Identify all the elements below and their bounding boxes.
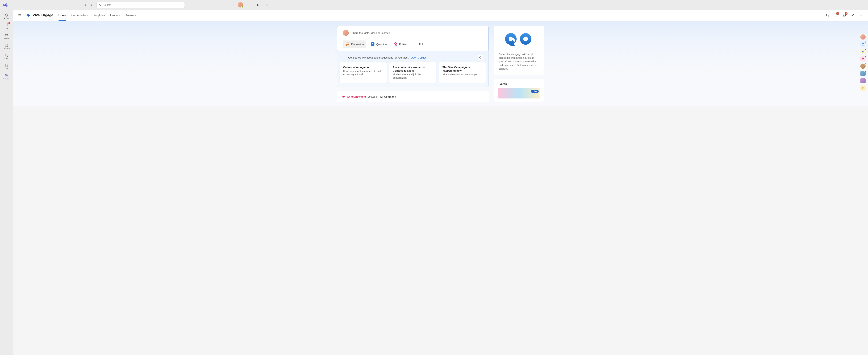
search-input[interactable]: [96, 2, 185, 8]
rail-calendar[interactable]: Calendar: [1, 42, 12, 51]
svg-point-4: [234, 5, 235, 5]
header-tabs: Home Communities Storylines Leaders Answ…: [59, 10, 136, 21]
rail-label: Chat: [4, 27, 8, 29]
content-scroll[interactable]: Share thoughts, ideas or updates Discuss…: [13, 21, 273, 97]
rail-more[interactable]: [1, 83, 12, 93]
more-icon[interactable]: [232, 3, 236, 6]
engage-header: Viva Engage Home Communities Storylines …: [13, 10, 273, 21]
rail-files[interactable]: Files: [1, 62, 12, 71]
rail-chat[interactable]: Chat 1: [1, 22, 12, 31]
app-rail: Activity Chat 1 Teams Calendar Calls Fil…: [0, 10, 13, 97]
tab-leaders[interactable]: Leaders: [110, 10, 120, 21]
engage-logo: Viva Engage: [26, 13, 53, 18]
hamburger-button[interactable]: [17, 12, 23, 18]
svg-point-2: [99, 4, 101, 5]
svg-point-5: [235, 5, 236, 5]
teams-logo-icon: [3, 2, 8, 7]
search-container: [96, 2, 185, 8]
back-button[interactable]: [83, 2, 88, 8]
rail-label: Engage: [3, 78, 9, 80]
svg-point-10: [5, 88, 6, 88]
svg-rect-6: [258, 4, 259, 6]
rail-activity[interactable]: Activity: [1, 11, 12, 21]
tab-home[interactable]: Home: [59, 10, 66, 21]
window-controls: [247, 2, 270, 7]
app-title: Viva Engage: [33, 13, 53, 17]
svg-point-11: [6, 88, 7, 88]
rail-teams[interactable]: Teams: [1, 32, 12, 41]
tab-answers[interactable]: Answers: [125, 10, 136, 21]
nav-arrows: [83, 2, 94, 8]
rail-engage[interactable]: Engage: [1, 72, 12, 81]
minimize-button[interactable]: [247, 2, 253, 7]
user-avatar[interactable]: [238, 2, 243, 7]
svg-point-1: [6, 3, 7, 4]
svg-point-8: [7, 34, 7, 35]
rail-label: Teams: [4, 37, 9, 39]
titlebar-right: [232, 2, 272, 7]
rail-calls[interactable]: Calls: [1, 52, 12, 61]
tab-communities[interactable]: Communities: [71, 10, 88, 21]
svg-rect-9: [5, 44, 8, 47]
presence-indicator: [241, 6, 243, 8]
svg-point-7: [5, 34, 7, 35]
close-button[interactable]: [263, 2, 270, 7]
chat-badge: 1: [7, 22, 10, 24]
svg-point-3: [233, 5, 234, 5]
main-area: Viva Engage Home Communities Storylines …: [13, 10, 273, 97]
rail-label: Files: [4, 68, 8, 70]
svg-point-12: [7, 88, 8, 88]
title-bar: [0, 0, 273, 10]
rail-label: Activity: [4, 18, 9, 19]
search-field[interactable]: [104, 3, 182, 6]
engage-logo-icon: [26, 13, 31, 18]
maximize-button[interactable]: [255, 2, 262, 7]
tab-storylines[interactable]: Storylines: [93, 10, 105, 21]
search-icon: [99, 3, 102, 6]
rail-label: Calls: [4, 58, 8, 60]
forward-button[interactable]: [89, 2, 94, 8]
rail-label: Calendar: [3, 48, 10, 50]
